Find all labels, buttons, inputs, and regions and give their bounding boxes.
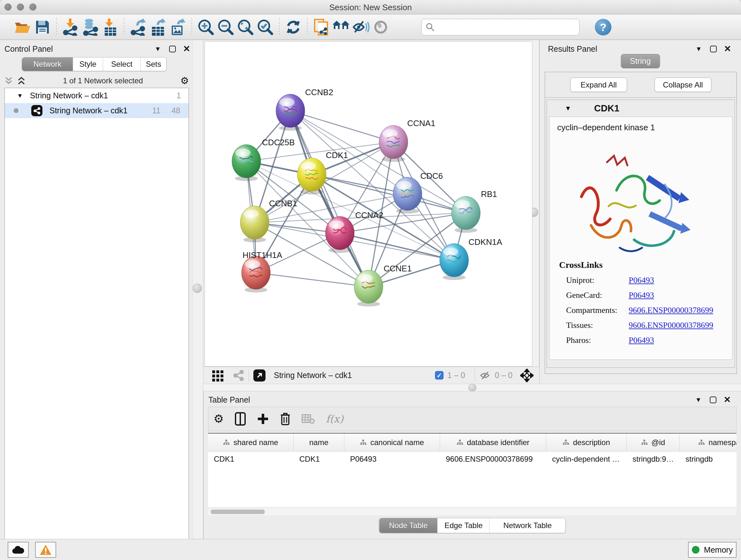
- gene-section-header[interactable]: ▼ CDK1: [547, 100, 735, 117]
- add-column-icon[interactable]: [257, 413, 269, 425]
- import-network-from-file-button[interactable]: [61, 17, 80, 37]
- column-header[interactable]: canonical name: [344, 434, 440, 451]
- tab-sets[interactable]: Sets: [141, 57, 166, 71]
- network-view[interactable]: CCNB2CCNA1CDC25BCDK1CDC6RB1CCNB1CCNA2CDK…: [205, 41, 532, 367]
- panel-close-icon[interactable]: ✕: [724, 395, 731, 405]
- tab-node-table[interactable]: Node Table: [380, 518, 438, 533]
- column-header[interactable]: @id: [627, 434, 680, 451]
- memory-button[interactable]: Memory: [688, 542, 737, 558]
- panel-menu-icon[interactable]: ▼: [695, 396, 702, 403]
- apply-style-button[interactable]: [283, 17, 303, 37]
- save-session-button[interactable]: [32, 17, 52, 37]
- zoom-in-button[interactable]: [196, 17, 216, 37]
- tab-network[interactable]: Network: [22, 57, 73, 71]
- collapse-all-button[interactable]: Collapse All: [655, 78, 711, 92]
- gene-description: cyclin–dependent kinase 1: [557, 123, 732, 132]
- warnings-button[interactable]: [35, 542, 56, 558]
- table-cell[interactable]: CDK1: [208, 451, 293, 467]
- node-table[interactable]: shared namenamecanonical namedatabase id…: [208, 433, 737, 507]
- zoom-out-button[interactable]: [216, 17, 235, 37]
- tab-select[interactable]: Select: [103, 57, 141, 71]
- panel-menu-icon[interactable]: ▼: [696, 45, 702, 53]
- panel-close-icon[interactable]: ✕: [724, 44, 731, 54]
- network-node-count: 11: [152, 106, 160, 115]
- export-table-button[interactable]: [148, 17, 168, 37]
- column-header[interactable]: namespac: [680, 434, 737, 451]
- zoom-selected-icon: [257, 19, 273, 36]
- panel-float-icon[interactable]: [710, 396, 717, 403]
- import-table-button[interactable]: [100, 17, 120, 37]
- export-network-button[interactable]: [128, 17, 148, 37]
- horizontal-splitter-handle[interactable]: [468, 383, 476, 392]
- table-horizontal-scrollbar[interactable]: [208, 508, 737, 515]
- column-header[interactable]: database identifier: [440, 434, 546, 451]
- open-file-button[interactable]: [13, 17, 32, 37]
- search-input[interactable]: [421, 19, 580, 36]
- svg-text:CCNB2: CCNB2: [305, 87, 333, 97]
- tab-style[interactable]: Style: [73, 57, 103, 71]
- gear-icon[interactable]: ⚙: [180, 76, 189, 85]
- table-cell[interactable]: P06493: [344, 451, 440, 467]
- center-view-icon[interactable]: [520, 369, 534, 382]
- home-layout-button[interactable]: [331, 17, 351, 37]
- export-network-icon: [130, 18, 146, 36]
- network-status-dot: [14, 108, 18, 113]
- zoom-selected-button[interactable]: [255, 17, 275, 37]
- panel-float-icon[interactable]: [710, 46, 717, 52]
- column-header[interactable]: description: [546, 434, 627, 451]
- column-header-label: database identifier: [467, 438, 529, 447]
- help-button[interactable]: ?: [595, 19, 611, 36]
- network-edge-count: 48: [172, 106, 180, 115]
- export-image-button[interactable]: [168, 17, 188, 37]
- tab-network-table[interactable]: Network Table: [490, 518, 565, 533]
- table-cell[interactable]: stringdb: [680, 451, 737, 467]
- tree-expand-icon[interactable]: ▼: [17, 92, 23, 99]
- expand-all-chevron-icon[interactable]: [17, 76, 25, 85]
- tab-string[interactable]: String: [621, 54, 660, 68]
- cloud-button[interactable]: [8, 542, 29, 558]
- birds-eye-view-button[interactable]: [253, 369, 266, 381]
- crosslink-link[interactable]: 9606.ENSP00000378699: [629, 306, 713, 315]
- selected-checkbox-icon[interactable]: ✓: [435, 371, 444, 380]
- collapse-all-chevron-icon[interactable]: [4, 76, 13, 85]
- share-view-icon[interactable]: [233, 370, 244, 381]
- network-graph[interactable]: CCNB2CCNA1CDC25BCDK1CDC6RB1CCNB1CCNA2CDK…: [205, 42, 532, 366]
- expand-all-button[interactable]: Expand All: [570, 78, 627, 92]
- double-home-icon: [332, 20, 350, 34]
- import-network-from-database-button[interactable]: [80, 17, 100, 37]
- grid-mode-icon[interactable]: [212, 369, 224, 382]
- zoom-fit-button[interactable]: [235, 17, 255, 37]
- panel-float-icon[interactable]: [169, 46, 176, 52]
- network-collection-count: 1: [177, 91, 181, 100]
- table-settings-gear-icon[interactable]: ⚙: [213, 413, 224, 425]
- network-row[interactable]: String Network – cdk1 11 48: [5, 103, 189, 118]
- network-view-counters: ✓ 1 – 0 0 – 0: [435, 369, 539, 382]
- table-cell[interactable]: CDK1: [293, 451, 344, 467]
- left-splitter-handle[interactable]: [192, 284, 202, 293]
- network-selection-bar: 1 of 1 Network selected ⚙: [4, 74, 189, 87]
- delete-column-icon[interactable]: [280, 412, 291, 426]
- network-view-title: String Network – cdk1: [274, 371, 352, 380]
- show-graphics-details-button[interactable]: [371, 17, 391, 37]
- crosslink-link[interactable]: P06493: [629, 275, 654, 285]
- panel-close-icon[interactable]: ✕: [183, 44, 190, 54]
- network-collection-row[interactable]: ▼ String Network – cdk1 1: [5, 88, 189, 103]
- column-header[interactable]: name: [293, 434, 344, 451]
- panel-menu-icon[interactable]: ▼: [155, 45, 161, 53]
- table-row[interactable]: CDK1CDK1P064939606.ENSP00000378699cyclin…: [208, 451, 737, 467]
- hidden-count: 0 – 0: [495, 371, 513, 380]
- table-cell[interactable]: stringdb:9…: [627, 451, 680, 467]
- new-network-from-selection-button[interactable]: [312, 17, 331, 37]
- show-columns-icon[interactable]: [234, 412, 246, 426]
- column-header[interactable]: shared name: [208, 434, 293, 451]
- crosslink-link[interactable]: P06493: [629, 291, 654, 300]
- collapse-section-icon[interactable]: ▼: [565, 105, 571, 112]
- table-cell[interactable]: cyclin-dependent …: [546, 451, 627, 467]
- horizontal-splitter[interactable]: [203, 384, 741, 391]
- crosslink-link[interactable]: P06493: [629, 335, 654, 345]
- table-cell[interactable]: 9606.ENSP00000378699: [440, 451, 546, 467]
- crosslink-link[interactable]: 9606.ENSP00000378699: [629, 320, 713, 330]
- tab-edge-table[interactable]: Edge Table: [438, 518, 490, 533]
- scrollbar-thumb[interactable]: [211, 509, 265, 514]
- hide-unhide-button[interactable]: [351, 17, 371, 37]
